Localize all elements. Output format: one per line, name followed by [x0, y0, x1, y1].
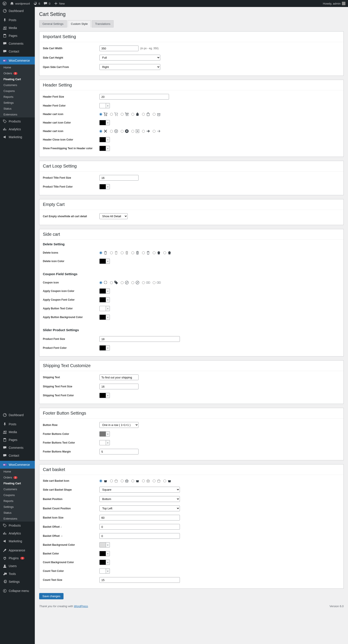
- shipping-font-color-picker[interactable]: ▾: [99, 393, 110, 398]
- cart-icon-option-6[interactable]: [153, 112, 161, 116]
- product-title-size-input[interactable]: [99, 175, 139, 180]
- submenu-floating-cart[interactable]: Floating Cart: [0, 76, 35, 82]
- menu-media[interactable]: Media: [0, 24, 35, 32]
- menu-posts[interactable]: Posts: [0, 16, 35, 24]
- cart-icon-option-1[interactable]: [99, 112, 108, 116]
- menu-contact-2[interactable]: Contact: [0, 452, 35, 460]
- count-text-size-input[interactable]: [99, 577, 180, 583]
- submenu-home[interactable]: Home: [0, 468, 35, 474]
- product-font-size-input[interactable]: [99, 336, 180, 342]
- basket-icon-option-1[interactable]: [99, 478, 108, 483]
- empty-cart-select[interactable]: Show All Detail: [99, 213, 128, 219]
- button-row-select[interactable]: One in a row ( 1+1+1 ): [99, 422, 139, 428]
- coupon-icon-option-5[interactable]: [142, 280, 151, 285]
- footer-margin-input[interactable]: [99, 449, 139, 454]
- header-font-color-picker[interactable]: ▾: [99, 103, 110, 108]
- tab-translations[interactable]: Translations: [92, 20, 114, 28]
- cart-icon-option-3[interactable]: [121, 112, 129, 116]
- menu-marketing[interactable]: Marketing: [0, 133, 35, 141]
- close-icon-option-4[interactable]: [131, 129, 140, 134]
- menu-dashboard-2[interactable]: Dashboard: [0, 411, 35, 419]
- delete-icon-option-2[interactable]: [110, 250, 119, 255]
- menu-pages[interactable]: Pages: [0, 32, 35, 40]
- howdy-link[interactable]: Howdy, admin: [323, 2, 346, 5]
- delete-icon-option-7[interactable]: [163, 250, 172, 255]
- menu-analytics-2[interactable]: Analytics: [0, 530, 35, 537]
- menu-woocommerce-2[interactable]: WooCommerce: [0, 461, 35, 468]
- freeship-color-picker[interactable]: ▾: [99, 146, 110, 151]
- close-icon-option-3[interactable]: [121, 129, 129, 134]
- coupon-icon-option-6[interactable]: [153, 280, 161, 285]
- wordpress-link[interactable]: WordPress: [74, 604, 88, 608]
- basket-icon-option-2[interactable]: [110, 478, 119, 483]
- basket-count-pos-select[interactable]: Top Left: [99, 506, 180, 511]
- basket-icon-option-4[interactable]: [131, 478, 140, 483]
- submenu-reports[interactable]: Reports: [0, 498, 35, 504]
- submenu-orders[interactable]: Orders 3: [0, 474, 35, 480]
- menu-products[interactable]: Products: [0, 118, 35, 125]
- menu-marketing-2[interactable]: Marketing: [0, 537, 35, 545]
- delete-icon-option-1[interactable]: [99, 250, 108, 255]
- submenu-extensions[interactable]: Extensions: [0, 112, 35, 118]
- delete-color-picker[interactable]: ▾: [99, 258, 110, 264]
- header-cart-icon-color-picker[interactable]: ▾: [99, 120, 110, 125]
- menu-settings[interactable]: Settings: [0, 578, 35, 586]
- basket-icon-size-input[interactable]: [99, 515, 180, 520]
- cart-icon-option-2[interactable]: [110, 112, 119, 116]
- menu-tools[interactable]: Tools: [0, 570, 35, 578]
- basket-offset-x-input[interactable]: [99, 533, 180, 539]
- submenu-customers[interactable]: Customers: [0, 486, 35, 492]
- footer-color-picker[interactable]: ▾: [99, 431, 110, 436]
- header-close-color-picker[interactable]: ▾: [99, 137, 110, 142]
- side-cart-width-input[interactable]: [99, 46, 139, 51]
- shipping-text-input[interactable]: [99, 374, 139, 380]
- basket-bg-picker[interactable]: ▾: [99, 542, 110, 548]
- basket-position-select[interactable]: Bottom: [99, 496, 180, 502]
- submenu-status[interactable]: Status: [0, 106, 35, 112]
- submenu-customers[interactable]: Customers: [0, 82, 35, 88]
- submenu-coupons[interactable]: Coupons: [0, 88, 35, 94]
- submenu-floating-cart[interactable]: Floating Cart: [0, 480, 35, 486]
- submenu-coupons[interactable]: Coupons: [0, 492, 35, 498]
- side-cart-height-select[interactable]: Full: [99, 55, 160, 60]
- menu-woocommerce[interactable]: WooCommerce: [0, 57, 35, 64]
- menu-appearance[interactable]: Appearance: [0, 546, 35, 554]
- submenu-home[interactable]: Home: [0, 64, 35, 70]
- menu-pages-2[interactable]: Pages: [0, 436, 35, 444]
- footer-text-color-picker[interactable]: ▾: [99, 440, 110, 445]
- tab-general[interactable]: General Settings: [39, 20, 67, 28]
- menu-dashboard[interactable]: Dashboard: [0, 7, 35, 15]
- close-icon-option-6[interactable]: [153, 129, 161, 134]
- basket-icon-option-5[interactable]: [142, 478, 151, 483]
- coupon-btn-text-picker[interactable]: ▾: [99, 306, 110, 311]
- basket-icon-option-6[interactable]: [153, 478, 161, 483]
- submenu-settings[interactable]: Settings: [0, 100, 35, 106]
- count-bg-picker[interactable]: ▾: [99, 560, 110, 565]
- submenu-orders[interactable]: Orders 3: [0, 70, 35, 76]
- basket-color-picker[interactable]: ▾: [99, 551, 110, 556]
- basket-icon-option-7[interactable]: [163, 478, 172, 483]
- coupon-icon-color-picker[interactable]: ▾: [99, 288, 110, 294]
- menu-media-2[interactable]: Media: [0, 428, 35, 436]
- shipping-font-size-input[interactable]: [99, 384, 139, 389]
- basket-shape-select[interactable]: Square: [99, 487, 180, 492]
- submenu-settings[interactable]: Settings: [0, 504, 35, 510]
- menu-posts-2[interactable]: Posts: [0, 420, 35, 428]
- delete-icon-option-3[interactable]: [121, 250, 129, 255]
- tab-custom-style[interactable]: Custom Style: [68, 20, 91, 28]
- cart-icon-option-5[interactable]: [142, 112, 151, 116]
- menu-contact[interactable]: Contact: [0, 48, 35, 55]
- delete-icon-option-5[interactable]: [142, 250, 151, 255]
- basket-icon-option-3[interactable]: [121, 478, 129, 483]
- close-icon-option-5[interactable]: [142, 129, 151, 134]
- updates-link[interactable]: 6: [33, 2, 40, 6]
- cart-icon-option-4[interactable]: [131, 112, 140, 116]
- menu-analytics[interactable]: Analytics: [0, 125, 35, 133]
- product-title-color-picker[interactable]: ▾: [99, 184, 110, 189]
- coupon-icon-option-4[interactable]: [131, 280, 140, 285]
- header-font-size-input[interactable]: [99, 94, 169, 100]
- submenu-reports[interactable]: Reports: [0, 94, 35, 100]
- coupon-icon-option-3[interactable]: [121, 280, 129, 285]
- open-from-select[interactable]: Right: [99, 64, 160, 70]
- delete-icon-option-6[interactable]: [153, 250, 161, 255]
